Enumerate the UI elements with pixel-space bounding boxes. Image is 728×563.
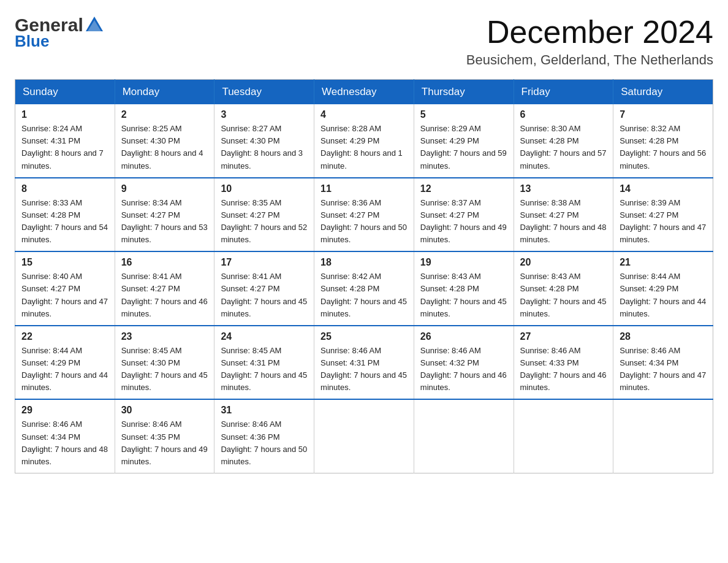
logo-blue: Blue: [15, 32, 49, 51]
day-number: 27: [520, 331, 607, 342]
day-cell-1: 1 Sunrise: 8:24 AM Sunset: 4:31 PM Dayli…: [15, 104, 115, 178]
day-number: 20: [520, 257, 607, 268]
day-number: 23: [121, 331, 208, 342]
weekday-wednesday: Wednesday: [314, 80, 414, 105]
title-area: December 2024 Beusichem, Gelderland, The…: [466, 15, 713, 68]
week-row-5: 29 Sunrise: 8:46 AM Sunset: 4:34 PM Dayl…: [15, 399, 713, 473]
day-info: Sunrise: 8:46 AM Sunset: 4:33 PM Dayligh…: [520, 345, 607, 394]
day-info: Sunrise: 8:44 AM Sunset: 4:29 PM Dayligh…: [620, 270, 707, 320]
day-number: 11: [320, 183, 408, 194]
day-cell-10: 10 Sunrise: 8:35 AM Sunset: 4:27 PM Dayl…: [214, 178, 314, 252]
day-number: 30: [121, 405, 208, 416]
day-number: 10: [221, 183, 308, 194]
day-cell-31: 31 Sunrise: 8:46 AM Sunset: 4:36 PM Dayl…: [214, 399, 314, 473]
month-title: December 2024: [466, 15, 713, 50]
day-info: Sunrise: 8:41 AM Sunset: 4:27 PM Dayligh…: [221, 270, 308, 320]
day-info: Sunrise: 8:38 AM Sunset: 4:27 PM Dayligh…: [520, 197, 607, 247]
day-cell-18: 18 Sunrise: 8:42 AM Sunset: 4:28 PM Dayl…: [314, 251, 414, 326]
weekday-tuesday: Tuesday: [214, 80, 314, 105]
logo-icon: [85, 14, 104, 34]
day-info: Sunrise: 8:46 AM Sunset: 4:31 PM Dayligh…: [320, 345, 408, 394]
day-cell-30: 30 Sunrise: 8:46 AM Sunset: 4:35 PM Dayl…: [115, 399, 214, 473]
day-info: Sunrise: 8:46 AM Sunset: 4:35 PM Dayligh…: [121, 418, 208, 468]
day-number: 4: [320, 109, 408, 120]
day-cell-23: 23 Sunrise: 8:45 AM Sunset: 4:30 PM Dayl…: [115, 326, 214, 400]
day-number: 9: [121, 183, 208, 194]
day-info: Sunrise: 8:39 AM Sunset: 4:27 PM Dayligh…: [620, 197, 707, 247]
day-cell-8: 8 Sunrise: 8:33 AM Sunset: 4:28 PM Dayli…: [15, 178, 115, 252]
day-cell-16: 16 Sunrise: 8:41 AM Sunset: 4:27 PM Dayl…: [115, 251, 214, 326]
day-number: 19: [420, 257, 507, 268]
day-number: 22: [21, 331, 108, 342]
day-cell-14: 14 Sunrise: 8:39 AM Sunset: 4:27 PM Dayl…: [613, 178, 713, 252]
day-cell-29: 29 Sunrise: 8:46 AM Sunset: 4:34 PM Dayl…: [15, 399, 115, 473]
day-info: Sunrise: 8:44 AM Sunset: 4:29 PM Dayligh…: [21, 345, 108, 394]
day-info: Sunrise: 8:34 AM Sunset: 4:27 PM Dayligh…: [121, 197, 208, 247]
day-info: Sunrise: 8:35 AM Sunset: 4:27 PM Dayligh…: [221, 197, 308, 247]
day-number: 13: [520, 183, 607, 194]
day-cell-15: 15 Sunrise: 8:40 AM Sunset: 4:27 PM Dayl…: [15, 251, 115, 326]
weekday-saturday: Saturday: [613, 80, 713, 105]
day-info: Sunrise: 8:46 AM Sunset: 4:34 PM Dayligh…: [21, 418, 108, 468]
day-cell-3: 3 Sunrise: 8:27 AM Sunset: 4:30 PM Dayli…: [214, 104, 314, 178]
weekday-sunday: Sunday: [15, 80, 115, 105]
day-info: Sunrise: 8:41 AM Sunset: 4:27 PM Dayligh…: [121, 270, 208, 320]
day-cell-22: 22 Sunrise: 8:44 AM Sunset: 4:29 PM Dayl…: [15, 326, 115, 400]
day-number: 28: [620, 331, 707, 342]
day-cell-19: 19 Sunrise: 8:43 AM Sunset: 4:28 PM Dayl…: [414, 251, 514, 326]
weekday-thursday: Thursday: [414, 80, 514, 105]
day-number: 3: [221, 109, 308, 120]
day-cell-7: 7 Sunrise: 8:32 AM Sunset: 4:28 PM Dayli…: [613, 104, 713, 178]
day-cell-26: 26 Sunrise: 8:46 AM Sunset: 4:32 PM Dayl…: [414, 326, 514, 400]
day-number: 26: [420, 331, 507, 342]
day-info: Sunrise: 8:27 AM Sunset: 4:30 PM Dayligh…: [221, 123, 308, 172]
day-info: Sunrise: 8:42 AM Sunset: 4:28 PM Dayligh…: [320, 270, 408, 320]
day-number: 12: [420, 183, 507, 194]
logo: General Blue: [15, 15, 104, 51]
day-cell-2: 2 Sunrise: 8:25 AM Sunset: 4:30 PM Dayli…: [115, 104, 214, 178]
weekday-friday: Friday: [514, 80, 613, 105]
day-info: Sunrise: 8:43 AM Sunset: 4:28 PM Dayligh…: [520, 270, 607, 320]
empty-cell: [514, 399, 613, 473]
day-info: Sunrise: 8:29 AM Sunset: 4:29 PM Dayligh…: [420, 123, 507, 172]
day-info: Sunrise: 8:30 AM Sunset: 4:28 PM Dayligh…: [520, 123, 607, 172]
weekday-monday: Monday: [115, 80, 214, 105]
day-cell-24: 24 Sunrise: 8:45 AM Sunset: 4:31 PM Dayl…: [214, 326, 314, 400]
day-info: Sunrise: 8:28 AM Sunset: 4:29 PM Dayligh…: [320, 123, 408, 172]
empty-cell: [314, 399, 414, 473]
location-title: Beusichem, Gelderland, The Netherlands: [466, 52, 713, 68]
header: General Blue December 2024 Beusichem, Ge…: [15, 15, 713, 68]
day-info: Sunrise: 8:33 AM Sunset: 4:28 PM Dayligh…: [21, 197, 108, 247]
day-number: 16: [121, 257, 208, 268]
day-info: Sunrise: 8:46 AM Sunset: 4:34 PM Dayligh…: [620, 345, 707, 394]
week-row-2: 8 Sunrise: 8:33 AM Sunset: 4:28 PM Dayli…: [15, 178, 713, 252]
day-number: 15: [21, 257, 108, 268]
day-cell-12: 12 Sunrise: 8:37 AM Sunset: 4:27 PM Dayl…: [414, 178, 514, 252]
day-number: 7: [620, 109, 707, 120]
day-cell-25: 25 Sunrise: 8:46 AM Sunset: 4:31 PM Dayl…: [314, 326, 414, 400]
day-number: 31: [221, 405, 308, 416]
day-number: 18: [320, 257, 408, 268]
week-row-1: 1 Sunrise: 8:24 AM Sunset: 4:31 PM Dayli…: [15, 104, 713, 178]
calendar-table: SundayMondayTuesdayWednesdayThursdayFrid…: [15, 79, 713, 473]
day-number: 2: [121, 109, 208, 120]
empty-cell: [414, 399, 514, 473]
day-number: 5: [420, 109, 507, 120]
day-number: 21: [620, 257, 707, 268]
day-number: 1: [21, 109, 108, 120]
day-number: 14: [620, 183, 707, 194]
day-info: Sunrise: 8:32 AM Sunset: 4:28 PM Dayligh…: [620, 123, 707, 172]
day-cell-20: 20 Sunrise: 8:43 AM Sunset: 4:28 PM Dayl…: [514, 251, 613, 326]
day-number: 24: [221, 331, 308, 342]
day-cell-6: 6 Sunrise: 8:30 AM Sunset: 4:28 PM Dayli…: [514, 104, 613, 178]
day-cell-17: 17 Sunrise: 8:41 AM Sunset: 4:27 PM Dayl…: [214, 251, 314, 326]
day-number: 29: [21, 405, 108, 416]
week-row-4: 22 Sunrise: 8:44 AM Sunset: 4:29 PM Dayl…: [15, 326, 713, 400]
weekday-header-row: SundayMondayTuesdayWednesdayThursdayFrid…: [15, 80, 713, 105]
day-cell-4: 4 Sunrise: 8:28 AM Sunset: 4:29 PM Dayli…: [314, 104, 414, 178]
day-info: Sunrise: 8:37 AM Sunset: 4:27 PM Dayligh…: [420, 197, 507, 247]
day-info: Sunrise: 8:40 AM Sunset: 4:27 PM Dayligh…: [21, 270, 108, 320]
week-row-3: 15 Sunrise: 8:40 AM Sunset: 4:27 PM Dayl…: [15, 251, 713, 326]
day-number: 17: [221, 257, 308, 268]
day-number: 25: [320, 331, 408, 342]
